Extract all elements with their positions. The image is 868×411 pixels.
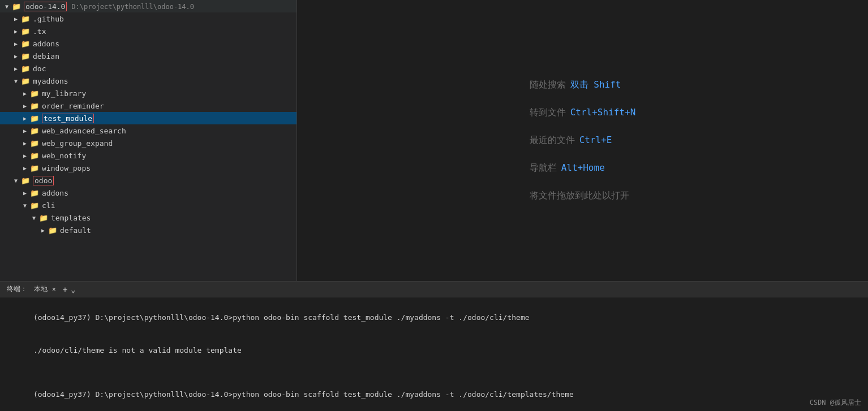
tree-item-web-group-expand[interactable]: ▶ 📁 web_group_expand [0, 137, 297, 149]
folder-icon: 📁 [20, 15, 31, 23]
term-prompt: (odoo14_py37) D:\project\pythonlll\odoo-… [33, 390, 233, 399]
hint-search: 随处搜索 双击 Shift [530, 79, 636, 91]
root-label-border: odoo-14.0 [24, 2, 67, 11]
hint-goto-file: 转到文件 Ctrl+Shift+N [530, 107, 636, 119]
folder-purple-icon: 📁 [38, 214, 49, 222]
tree-item-cli[interactable]: ▼ 📁 cli [0, 199, 297, 211]
arrow-icon: ▼ [29, 215, 38, 221]
tree-item-doc[interactable]: ▶ 📁 doc [0, 62, 297, 75]
folder-icon: 📁 [29, 139, 40, 148]
folder-icon: 📁 [20, 52, 31, 60]
terminal-add-button[interactable]: + [63, 285, 67, 294]
terminal-chevron-down-icon[interactable]: ⌄ [71, 285, 75, 294]
folder-icon: 📁 [29, 127, 40, 135]
file-explorer[interactable]: ▼ 📁 odoo-14.0 D:\project\pythonlll\odoo-… [0, 0, 297, 281]
hint-key: 双击 Shift [570, 79, 621, 91]
arrow-icon: ▶ [11, 16, 20, 22]
arrow-icon: ▶ [11, 53, 20, 59]
arrow-icon: ▶ [20, 128, 29, 134]
term-cmd: python odoo-bin scaffold test_module ./m… [233, 390, 574, 399]
hint-navbar: 导航栏 Alt+Home [530, 162, 636, 174]
hint-key: Alt+Home [561, 162, 605, 174]
tree-item-web-advanced-search[interactable]: ▶ 📁 web_advanced_search [0, 124, 297, 137]
terminal-line-1: (odoo14_py37) D:\project\pythonlll\odoo-… [7, 301, 861, 334]
folder-icon: 📁 [11, 2, 22, 11]
hint-key: Ctrl+Shift+N [570, 107, 636, 119]
arrow-icon: ▶ [38, 227, 48, 233]
folder-icon: 📁 [20, 40, 31, 48]
folder-icon: 📁 [29, 102, 40, 110]
term-cmd: python odoo-bin scaffold test_module ./m… [233, 313, 529, 322]
tree-item-templates[interactable]: ▼ 📁 templates [0, 211, 297, 224]
tree-item-order-reminder[interactable]: ▶ 📁 order_reminder [0, 99, 297, 112]
hint-label: 转到文件 [530, 107, 566, 119]
arrow-icon: ▶ [20, 90, 29, 97]
arrow-icon: ▶ [20, 153, 29, 159]
editor-area: 随处搜索 双击 Shift 转到文件 Ctrl+Shift+N 最近的文件 Ct… [297, 0, 868, 281]
terminal-content[interactable]: (odoo14_py37) D:\project\pythonlll\odoo-… [0, 297, 868, 411]
hint-label: 最近的文件 [530, 135, 575, 146]
tree-item-tx[interactable]: ▶ 📁 .tx [0, 25, 297, 37]
folder-icon: 📁 [20, 176, 31, 185]
terminal-line-4: (odoo14_py37) D:\project\pythonlll\odoo-… [7, 378, 861, 412]
folder-icon: 📁 [29, 152, 40, 160]
hint-label: 导航栏 [530, 162, 557, 174]
arrow-icon: ▼ [11, 78, 20, 84]
terminal-controls: + ⌄ [63, 285, 76, 294]
terminal-tab-name: 本地 [32, 284, 50, 294]
folder-icon: 📁 [29, 189, 40, 197]
arrow-icon: ▶ [20, 115, 29, 122]
arrow-icon: ▶ [20, 103, 29, 109]
terminal-tab-prefix: 终端： [5, 284, 29, 294]
arrow-icon: ▼ [11, 178, 20, 184]
arrow-icon: ▼ [2, 3, 11, 10]
hint-label: 将文件拖放到此处以打开 [530, 190, 629, 202]
terminal-area: 终端： 本地 ✕ + ⌄ (odoo14_py37) D:\project\py… [0, 281, 868, 411]
hint-label: 随处搜索 [530, 79, 566, 91]
folder-icon: 📁 [29, 114, 40, 123]
hint-key: Ctrl+E [579, 135, 612, 146]
tree-item-debian[interactable]: ▶ 📁 debian [0, 50, 297, 62]
tree-item-odoo14[interactable]: ▼ 📁 odoo-14.0 D:\project\pythonlll\odoo-… [0, 0, 297, 12]
folder-icon: 📁 [29, 89, 40, 98]
folder-icon: 📁 [29, 201, 40, 210]
arrow-icon: ▶ [20, 190, 29, 196]
tree-item-odoo-addons[interactable]: ▶ 📁 addons [0, 187, 297, 199]
terminal-tabs[interactable]: 终端： 本地 ✕ + ⌄ [0, 282, 868, 297]
term-output: ./odoo/cli/theme is not a valid module t… [33, 346, 242, 354]
tree-item-test-module[interactable]: ▶ 📁 test_module [0, 112, 297, 124]
tree-item-addons[interactable]: ▶ 📁 addons [0, 37, 297, 50]
arrow-icon: ▶ [20, 140, 29, 146]
term-prompt: (odoo14_py37) D:\project\pythonlll\odoo-… [33, 313, 233, 322]
folder-icon: 📁 [20, 77, 31, 85]
arrow-icon: ▶ [11, 41, 20, 47]
arrow-icon: ▶ [11, 28, 20, 34]
editor-hints: 随处搜索 双击 Shift 转到文件 Ctrl+Shift+N 最近的文件 Ct… [530, 79, 636, 202]
tree-item-my-library[interactable]: ▶ 📁 my_library [0, 87, 297, 99]
tree-item-myaddons[interactable]: ▼ 📁 myaddons [0, 75, 297, 87]
arrow-icon: ▼ [20, 202, 29, 209]
tree-item-default[interactable]: ▶ 📁 default [0, 224, 297, 236]
terminal-close-icon[interactable]: ✕ [52, 285, 56, 293]
arrow-icon: ▶ [11, 66, 20, 72]
folder-icon: 📁 [20, 27, 31, 36]
terminal-line-blank1 [7, 367, 861, 378]
terminal-line-2: ./odoo/cli/theme is not a valid module t… [7, 334, 861, 367]
tree-item-github[interactable]: ▶ 📁 .github [0, 12, 297, 25]
tree-item-odoo[interactable]: ▼ 📁 odoo [0, 174, 297, 187]
hint-recent-files: 最近的文件 Ctrl+E [530, 135, 636, 146]
arrow-icon: ▶ [20, 165, 29, 171]
folder-icon: 📁 [20, 64, 31, 73]
csdn-watermark: CSDN @孤风居士 [810, 398, 861, 408]
tree-item-web-notify[interactable]: ▶ 📁 web_notify [0, 149, 297, 162]
folder-icon: 📁 [48, 226, 58, 235]
folder-icon: 📁 [29, 164, 40, 172]
tree-item-window-pops[interactable]: ▶ 📁 window_pops [0, 162, 297, 174]
hint-drop-files: 将文件拖放到此处以打开 [530, 190, 636, 202]
